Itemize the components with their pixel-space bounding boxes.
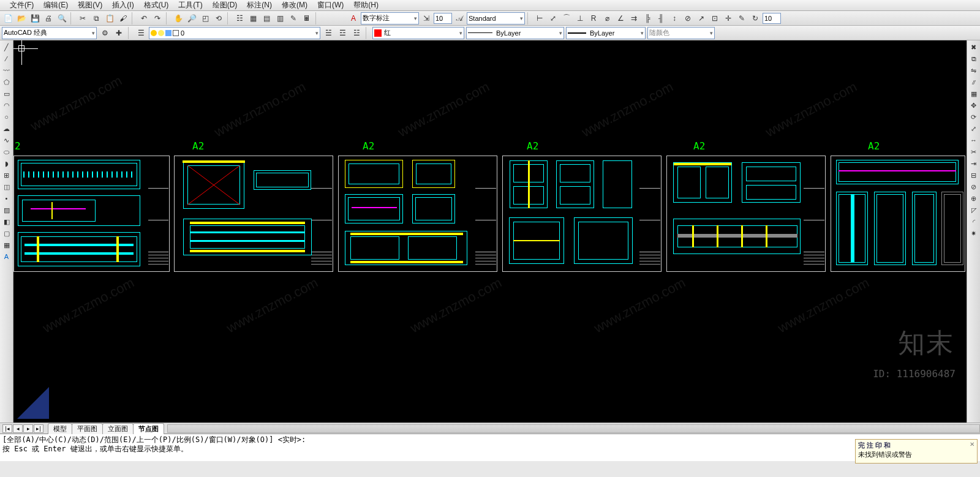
lineweight-select[interactable]: ByLayer▾ [566, 27, 646, 39]
revcloud-icon[interactable]: ☁ [1, 123, 12, 134]
pline-icon[interactable]: 〰 [1, 65, 12, 76]
tab-plan[interactable]: 平面图 [72, 423, 103, 434]
mirror-icon[interactable]: ⇋ [968, 65, 979, 76]
workspace-select[interactable]: AutoCAD 经典▾ [2, 27, 97, 39]
scale-icon[interactable]: ⤢ [968, 123, 979, 134]
ellipse-icon[interactable]: ⬭ [1, 146, 12, 157]
tab-nav-prev[interactable]: ◂ [13, 424, 23, 433]
menu-tools[interactable]: 工具(T) [175, 0, 206, 10]
textstyle-icon[interactable]: 𝒜 [453, 12, 466, 24]
erase-icon[interactable]: ✖ [968, 42, 979, 53]
dim-leader-icon[interactable]: ↗ [695, 12, 707, 24]
hscrollbar[interactable] [167, 424, 980, 433]
dim-arc-icon[interactable]: ⌒ [560, 12, 573, 24]
dimstyle-letter-icon[interactable]: A [347, 12, 360, 24]
menu-edit[interactable]: 编辑(E) [40, 0, 72, 10]
dimscale-icon[interactable]: ⇲ [420, 12, 432, 24]
polygon-icon[interactable]: ⬠ [1, 77, 12, 88]
designcenter-icon[interactable]: ▦ [247, 12, 259, 24]
workspace-save-icon[interactable]: ✚ [113, 27, 125, 39]
zoom-prev-icon[interactable]: ⟲ [213, 12, 225, 24]
dim-edit-icon[interactable]: ✎ [736, 12, 748, 24]
dim-update-icon[interactable]: ↻ [749, 12, 761, 24]
dim-ordinate-icon[interactable]: ⊥ [574, 12, 586, 24]
dim-space-icon[interactable]: ↕ [668, 12, 680, 24]
match-icon[interactable]: 🖌 [117, 12, 129, 24]
insert-block-icon[interactable]: ⊞ [1, 170, 12, 181]
point-icon[interactable]: • [1, 193, 12, 204]
textstyle-select[interactable]: Standard▾ [467, 12, 525, 24]
calc-icon[interactable]: 🖩 [301, 12, 313, 24]
plot-icon[interactable]: 🖨 [42, 12, 55, 24]
circle-icon[interactable]: ○ [1, 111, 12, 122]
tab-nav-first[interactable]: |◂ [2, 424, 12, 433]
close-icon[interactable]: ✕ [970, 441, 974, 448]
copy-obj-icon[interactable]: ⧉ [968, 53, 979, 64]
stretch-icon[interactable]: ↔ [968, 135, 979, 146]
markup-icon[interactable]: ✎ [287, 12, 300, 24]
dim-quick-icon[interactable]: ⇉ [628, 12, 640, 24]
properties-icon[interactable]: ☷ [233, 12, 246, 24]
dim-center-icon[interactable]: ✛ [722, 12, 734, 24]
dimscale-input[interactable] [434, 13, 452, 24]
dim-tolerance-icon[interactable]: ⊡ [709, 12, 721, 24]
layer-prev-icon[interactable]: ☱ [322, 27, 334, 39]
xline-icon[interactable]: ⁄ [1, 53, 12, 64]
array-icon[interactable]: ▦ [968, 88, 979, 99]
zoom-win-icon[interactable]: ◰ [199, 12, 211, 24]
tab-model[interactable]: 模型 [48, 423, 72, 434]
rectangle-icon[interactable]: ▭ [1, 88, 12, 99]
sheetset-icon[interactable]: ▥ [274, 12, 286, 24]
menu-window[interactable]: 窗口(W) [314, 0, 347, 10]
layer-iso-icon[interactable]: ☳ [350, 27, 363, 39]
dim-angular-icon[interactable]: ∠ [614, 12, 627, 24]
toolpalette-icon[interactable]: ▤ [260, 12, 273, 24]
dim-baseline-icon[interactable]: ╠ [641, 12, 654, 24]
chamfer-icon[interactable]: ◸ [968, 205, 979, 216]
dim-radius-icon[interactable]: R [587, 12, 600, 24]
menu-insert[interactable]: 插入(I) [108, 0, 137, 10]
paste-icon[interactable]: 📋 [104, 12, 116, 24]
tab-elev[interactable]: 立面图 [102, 423, 134, 434]
model-space-canvas[interactable]: 2 A2 A2 A2 A2 A2 [13, 40, 967, 423]
tab-detail[interactable]: 节点图 [133, 423, 164, 434]
pan-icon[interactable]: ✋ [172, 12, 184, 24]
layer-state-icon[interactable]: ☲ [336, 27, 349, 39]
preview-icon[interactable]: 🔍 [56, 12, 68, 24]
cut-icon[interactable]: ✂ [77, 12, 89, 24]
dim-tail-input[interactable] [763, 13, 781, 24]
tab-nav-next[interactable]: ▸ [23, 424, 33, 433]
undo-icon[interactable]: ↶ [138, 12, 150, 24]
menu-help[interactable]: 帮助(H) [350, 0, 382, 10]
workspace-settings-icon[interactable]: ⚙ [99, 27, 111, 39]
arc-icon[interactable]: ◠ [1, 100, 12, 111]
menu-draw[interactable]: 绘图(D) [209, 0, 241, 10]
menu-dim[interactable]: 标注(N) [243, 0, 276, 10]
rotate-icon[interactable]: ⟳ [968, 111, 979, 122]
menu-file[interactable]: 文件(F) [6, 0, 37, 10]
dim-linear-icon[interactable]: ⊢ [533, 12, 546, 24]
menu-format[interactable]: 格式(U) [140, 0, 173, 10]
dim-aligned-icon[interactable]: ⤢ [547, 12, 559, 24]
ellipse-arc-icon[interactable]: ◗ [1, 158, 12, 169]
break-at-icon[interactable]: ⊟ [968, 170, 979, 181]
plotstyle-select[interactable]: 随颜色▾ [647, 27, 715, 39]
hatch-icon[interactable]: ▨ [1, 205, 12, 216]
plot-status-balloon[interactable]: 完 注 印 和 未找到错误或警告 ✕ [855, 439, 978, 464]
trim-icon[interactable]: ✂ [968, 146, 979, 157]
save-icon[interactable]: 💾 [29, 12, 41, 24]
break-icon[interactable]: ⊘ [968, 181, 979, 192]
explode-icon[interactable]: ✷ [968, 228, 979, 239]
layer-manager-icon[interactable]: ☰ [135, 27, 147, 39]
offset-icon[interactable]: ⫽ [968, 77, 979, 88]
spline-icon[interactable]: ∿ [1, 135, 12, 146]
dim-diameter-icon[interactable]: ⌀ [601, 12, 613, 24]
make-block-icon[interactable]: ◫ [1, 181, 12, 192]
dim-break-icon[interactable]: ⊘ [682, 12, 694, 24]
redo-icon[interactable]: ↷ [151, 12, 164, 24]
zoom-rt-icon[interactable]: 🔎 [186, 12, 198, 24]
mtext-icon[interactable]: A [1, 251, 12, 262]
layer-select[interactable]: 0 ▾ [149, 27, 320, 39]
extend-icon[interactable]: ⇥ [968, 158, 979, 169]
menu-view[interactable]: 视图(V) [74, 0, 106, 10]
